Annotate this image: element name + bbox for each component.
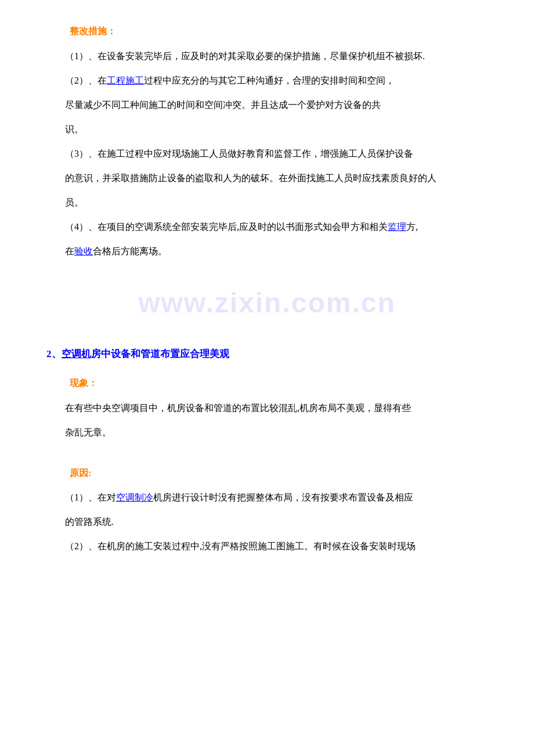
xianxiang-p2: 杂乱无章。 bbox=[46, 423, 488, 442]
spacer-1 bbox=[46, 453, 488, 465]
yuanyin-section: 原因: （1）、在对空调制冷机房进行设计时没有把握整体布局，没有按要求布置设备及… bbox=[46, 465, 488, 556]
paragraph-2-prefix: （2）、在 bbox=[65, 75, 107, 85]
paragraph-2b: 尽量减少不同工种间施工的时间和空间冲突。并且达成一个爱护对方设备的共 bbox=[46, 96, 488, 114]
paragraph-4b: 在验收合格后方能离场。 bbox=[46, 242, 488, 261]
paragraph-4b-suffix: 合格后方能离场。 bbox=[93, 246, 167, 256]
link-jianli[interactable]: 监理 bbox=[388, 222, 406, 232]
paragraph-4b-prefix: 在 bbox=[65, 246, 74, 256]
paragraph-4-prefix: （4）、在项目的空调系统全部安装完毕后,应及时的以书面形式知会甲方和相关 bbox=[65, 222, 388, 232]
paragraph-4-suffix: 方, bbox=[406, 222, 418, 232]
xianxiang-heading: 现象： bbox=[70, 375, 488, 392]
section-2-number: 2、 bbox=[46, 348, 62, 359]
xianxiang-p1: 在有些中央空调项目中，机房设备和管道的布置比较混乱,机房布局不美观，显得有些 bbox=[46, 399, 488, 417]
link-gongchengshigong[interactable]: 工程施工 bbox=[107, 75, 144, 85]
zhengge-heading: 整改措施： bbox=[70, 23, 488, 40]
yuanyin-p1-suffix: 机房进行设计时没有把握整体布局，没有按要求布置设备及相应 bbox=[153, 492, 413, 502]
yuanyin-p1-prefix: （1）、在对 bbox=[65, 492, 116, 502]
yuanyin-p1: （1）、在对空调制冷机房进行设计时没有把握整体布局，没有按要求布置设备及相应 bbox=[46, 488, 488, 507]
watermark: www.zixin.com.cn bbox=[46, 278, 488, 328]
yuanyin-p1b-text: 的管路系统. bbox=[65, 517, 114, 527]
zhengge-section: 整改措施： （1）、在设备安装完毕后，应及时的对其采取必要的保护措施，尽量保护机… bbox=[46, 23, 488, 261]
paragraph-3b-text: 的意识，并采取措施防止设备的盗取和人为的破坏。在外面找施工人员时应找素质良好的人 bbox=[65, 173, 436, 183]
paragraph-1-text: （1）、在设备安装完毕后，应及时的对其采取必要的保护措施，尽量保护机组不被损坏. bbox=[65, 51, 425, 61]
paragraph-2c: 识。 bbox=[46, 120, 488, 139]
yuanyin-p2: （2）、在机房的施工安装过程中,没有严格按照施工图施工。有时候在设备安装时现场 bbox=[46, 537, 488, 556]
xianxiang-section: 现象： 在有些中央空调项目中，机房设备和管道的布置比较混乱,机房布局不美观，显得… bbox=[46, 375, 488, 442]
link-yanshou[interactable]: 验收 bbox=[74, 246, 93, 256]
paragraph-3c-text: 员。 bbox=[65, 197, 84, 207]
paragraph-3-text: （3）、在施工过程中应对现场施工人员做好教育和监督工作，增强施工人员保护设备 bbox=[65, 149, 413, 159]
paragraph-2c-text: 识。 bbox=[65, 124, 84, 134]
paragraph-2b-text: 尽量减少不同工种间施工的时间和空间冲突。并且达成一个爱护对方设备的共 bbox=[65, 100, 381, 110]
paragraph-2: （2）、在工程施工过程中应充分的与其它工种沟通好，合理的安排时间和空间， bbox=[46, 71, 488, 90]
link-kongtiaoji[interactable]: 空调机 bbox=[62, 348, 91, 359]
paragraph-3c: 员。 bbox=[46, 193, 488, 212]
xianxiang-p1-text: 在有些中央空调项目中，机房设备和管道的布置比较混乱,机房布局不美观，显得有些 bbox=[65, 403, 411, 413]
link-kongtiaozhleng[interactable]: 空调制冷 bbox=[116, 492, 153, 502]
yuanyin-p2-text: （2）、在机房的施工安装过程中,没有严格按照施工图施工。有时候在设备安装时现场 bbox=[65, 541, 416, 551]
paragraph-4: （4）、在项目的空调系统全部安装完毕后,应及时的以书面形式知会甲方和相关监理方, bbox=[46, 218, 488, 236]
paragraph-3: （3）、在施工过程中应对现场施工人员做好教育和监督工作，增强施工人员保护设备 bbox=[46, 145, 488, 163]
xianxiang-p2-text: 杂乱无章。 bbox=[65, 427, 111, 437]
section-2-heading: 2、空调机房中设备和管道布置应合理美观 bbox=[46, 345, 488, 363]
yuanyin-heading: 原因: bbox=[70, 465, 488, 482]
paragraph-1: （1）、在设备安装完毕后，应及时的对其采取必要的保护措施，尽量保护机组不被损坏. bbox=[46, 47, 488, 66]
paragraph-2-suffix: 过程中应充分的与其它工种沟通好，合理的安排时间和空间， bbox=[144, 75, 395, 85]
section-2-title-text: 房中设备和管道布置应合理美观 bbox=[91, 348, 229, 359]
yuanyin-p1b: 的管路系统. bbox=[46, 513, 488, 531]
paragraph-3b: 的意识，并采取措施防止设备的盗取和人为的破坏。在外面找施工人员时应找素质良好的人 bbox=[46, 169, 488, 188]
